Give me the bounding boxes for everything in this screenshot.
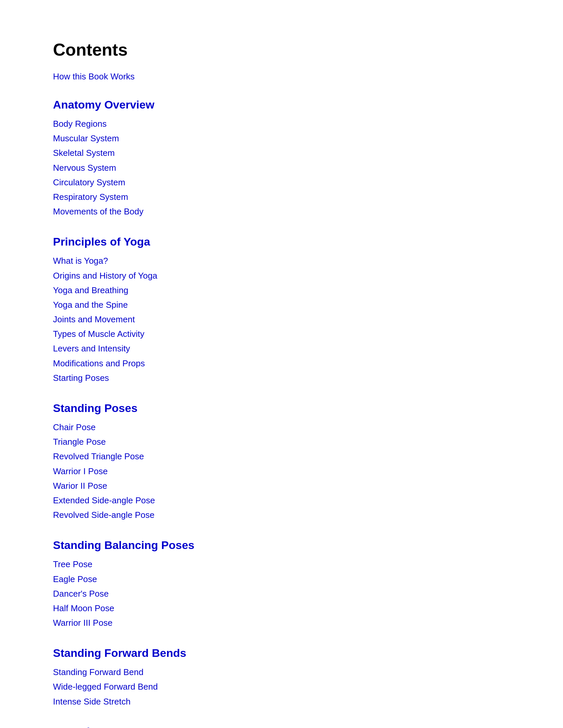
section-item-standing-balancing-poses-4[interactable]: Warrior III Pose <box>53 615 510 630</box>
section-item-anatomy-overview-6[interactable]: Movements of the Body <box>53 204 510 219</box>
section-item-principles-of-yoga-7[interactable]: Modifications and Props <box>53 356 510 371</box>
section-item-principles-of-yoga-6[interactable]: Levers and Intensity <box>53 341 510 356</box>
section-heading-principles-of-yoga: Principles of Yoga <box>53 235 510 248</box>
section-item-standing-balancing-poses-1[interactable]: Eagle Pose <box>53 572 510 586</box>
section-item-principles-of-yoga-2[interactable]: Yoga and Breathing <box>53 283 510 297</box>
section-item-standing-poses-1[interactable]: Triangle Pose <box>53 434 510 449</box>
section-heading-standing-poses: Standing Poses <box>53 402 510 415</box>
section-item-principles-of-yoga-4[interactable]: Joints and Movement <box>53 312 510 327</box>
section-standing-forward-bends: Standing Forward BendsStanding Forward B… <box>53 647 510 709</box>
section-item-anatomy-overview-4[interactable]: Circulatory System <box>53 175 510 190</box>
intro-link[interactable]: How this Book Works <box>53 71 510 82</box>
section-heading-standing-balancing-poses: Standing Balancing Poses <box>53 539 510 552</box>
section-item-standing-poses-4[interactable]: Warior II Pose <box>53 478 510 493</box>
section-item-principles-of-yoga-3[interactable]: Yoga and the Spine <box>53 297 510 312</box>
section-heading-seated-poses: Seated Poses <box>53 725 510 728</box>
section-standing-balancing-poses: Standing Balancing PosesTree PoseEagle P… <box>53 539 510 630</box>
section-item-standing-balancing-poses-3[interactable]: Half Moon Pose <box>53 601 510 615</box>
section-seated-poses: Seated PosesSeated Forward Bend <box>53 725 510 728</box>
section-item-anatomy-overview-1[interactable]: Muscular System <box>53 131 510 146</box>
section-item-standing-poses-2[interactable]: Revolved Triangle Pose <box>53 449 510 464</box>
section-item-standing-poses-5[interactable]: Extended Side-angle Pose <box>53 493 510 508</box>
section-item-principles-of-yoga-5[interactable]: Types of Muscle Activity <box>53 327 510 341</box>
section-item-anatomy-overview-0[interactable]: Body Regions <box>53 116 510 131</box>
section-item-standing-forward-bends-0[interactable]: Standing Forward Bend <box>53 665 510 679</box>
section-item-principles-of-yoga-0[interactable]: What is Yoga? <box>53 253 510 268</box>
section-item-principles-of-yoga-1[interactable]: Origins and History of Yoga <box>53 268 510 283</box>
section-principles-of-yoga: Principles of YogaWhat is Yoga?Origins a… <box>53 235 510 385</box>
sections-container: Anatomy OverviewBody RegionsMuscular Sys… <box>53 98 510 728</box>
section-item-standing-forward-bends-2[interactable]: Intense Side Stretch <box>53 694 510 709</box>
section-item-standing-poses-6[interactable]: Revolved Side-angle Pose <box>53 508 510 522</box>
section-item-standing-forward-bends-1[interactable]: Wide-legged Forward Bend <box>53 679 510 694</box>
section-item-standing-balancing-poses-0[interactable]: Tree Pose <box>53 557 510 571</box>
section-item-anatomy-overview-2[interactable]: Skeletal System <box>53 146 510 160</box>
section-item-anatomy-overview-3[interactable]: Nervous System <box>53 160 510 175</box>
section-heading-anatomy-overview: Anatomy Overview <box>53 98 510 111</box>
section-item-standing-balancing-poses-2[interactable]: Dancer's Pose <box>53 586 510 601</box>
section-item-standing-poses-0[interactable]: Chair Pose <box>53 420 510 434</box>
page-title: Contents <box>53 40 510 60</box>
section-item-standing-poses-3[interactable]: Warrior I Pose <box>53 464 510 478</box>
section-standing-poses: Standing PosesChair PoseTriangle PoseRev… <box>53 402 510 522</box>
section-anatomy-overview: Anatomy OverviewBody RegionsMuscular Sys… <box>53 98 510 219</box>
section-item-anatomy-overview-5[interactable]: Respiratory System <box>53 190 510 204</box>
section-heading-standing-forward-bends: Standing Forward Bends <box>53 647 510 660</box>
section-item-principles-of-yoga-8[interactable]: Starting Poses <box>53 371 510 385</box>
